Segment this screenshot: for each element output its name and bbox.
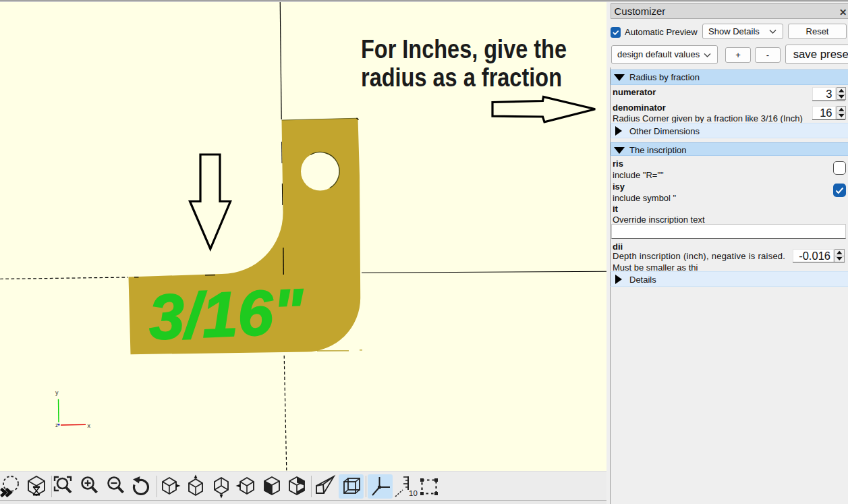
- svg-text:For Inches, give the: For Inches, give the: [361, 34, 567, 63]
- svg-text:3/16": 3/16": [147, 275, 306, 353]
- svg-text:z: z: [55, 422, 59, 428]
- svg-text:y: y: [55, 389, 59, 396]
- svg-text:x: x: [88, 422, 91, 429]
- svg-text:radius as a fraction: radius as a fraction: [361, 63, 562, 92]
- svg-text:10: 10: [409, 489, 418, 497]
